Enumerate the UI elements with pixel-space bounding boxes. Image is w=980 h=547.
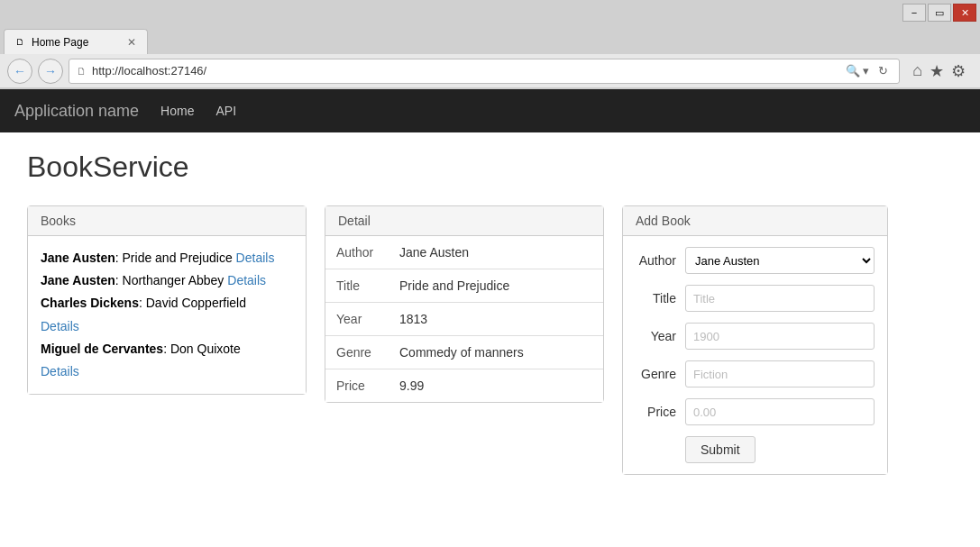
author-field-row: Author Jane AustenCharles DickensMiguel … <box>636 247 875 274</box>
app-navbar: Application name Home API <box>0 89 980 132</box>
book-title: Pride and Prejudice <box>123 251 233 265</box>
url-lock-icon: 🗋 <box>77 66 87 77</box>
add-book-panel: Add Book Author Jane AustenCharles Dicke… <box>622 205 888 475</box>
detail-label: Price <box>325 369 389 403</box>
detail-value: Commedy of manners <box>389 336 603 369</box>
book-author: Jane Austen <box>41 273 115 287</box>
table-row: Genre Commedy of manners <box>325 336 603 369</box>
books-panel-body: Jane Austen: Pride and Prejudice Details… <box>28 236 306 394</box>
forward-button[interactable]: → <box>38 59 63 84</box>
add-book-panel-body: Author Jane AustenCharles DickensMiguel … <box>623 236 887 474</box>
genre-input[interactable] <box>685 360 875 387</box>
list-item: Jane Austen: Northanger Abbey Details <box>41 269 293 292</box>
detail-value: 9.99 <box>389 369 603 403</box>
year-field-row: Year <box>636 323 875 350</box>
table-row: Year 1813 <box>325 303 603 336</box>
detail-value: Pride and Prejudice <box>389 269 603 303</box>
close-button[interactable]: ✕ <box>953 4 976 22</box>
nav-api-link[interactable]: API <box>215 104 236 118</box>
book-details-link[interactable]: Details <box>41 319 79 333</box>
book-details-link[interactable]: Details <box>236 251 275 265</box>
table-row: Price 9.99 <box>325 369 603 403</box>
favorites-button[interactable]: ★ <box>930 61 944 81</box>
browser-tab[interactable]: 🗋 Home Page ✕ <box>4 29 148 54</box>
nav-home-link[interactable]: Home <box>160 104 194 118</box>
year-label: Year <box>636 329 685 343</box>
page-title: BookService <box>27 150 953 184</box>
url-actions: 🔍 ▾ ↻ <box>842 62 893 79</box>
detail-panel-body: Author Jane Austen Title Pride and Preju… <box>325 236 603 402</box>
title-bar: − ▭ ✕ <box>0 0 980 25</box>
price-input[interactable] <box>685 398 875 425</box>
detail-panel: Detail Author Jane Austen Title Pride an… <box>325 205 604 403</box>
submit-row: Submit <box>636 436 875 463</box>
book-title: Northanger Abbey <box>123 273 224 287</box>
refresh-button[interactable]: ↻ <box>875 62 892 79</box>
address-bar: ← → 🗋 http://localhost:27146/ 🔍 ▾ ↻ ⌂ ★ … <box>0 54 980 88</box>
restore-button[interactable]: ▭ <box>928 4 951 22</box>
genre-label: Genre <box>636 367 685 381</box>
year-input[interactable] <box>685 323 875 350</box>
book-author: Jane Austen <box>41 251 115 265</box>
detail-value: Jane Austen <box>389 236 603 269</box>
genre-field-row: Genre <box>636 360 875 387</box>
tab-bar: 🗋 Home Page ✕ <box>0 25 980 54</box>
settings-button[interactable]: ⚙ <box>951 61 966 81</box>
book-author: Miguel de Cervantes <box>41 342 163 356</box>
main-content: BookService Books Jane Austen: Pride and… <box>0 132 980 493</box>
books-panel-header: Books <box>28 206 306 236</box>
table-row: Author Jane Austen <box>325 236 603 269</box>
title-label: Title <box>636 291 685 305</box>
book-details-link[interactable]: Details <box>41 364 79 378</box>
browser-actions: ⌂ ★ ⚙ <box>905 61 973 81</box>
price-label: Price <box>636 405 685 419</box>
detail-value: 1813 <box>389 303 603 336</box>
detail-label: Author <box>325 236 389 269</box>
list-item: Charles Dickens: David Copperfield Detai… <box>41 292 293 337</box>
table-row: Title Pride and Prejudice <box>325 269 603 303</box>
book-details-link[interactable]: Details <box>227 273 266 287</box>
tab-close-icon[interactable]: ✕ <box>127 36 136 49</box>
search-url-button[interactable]: 🔍 ▾ <box>842 62 874 79</box>
title-input[interactable] <box>685 285 875 312</box>
price-field-row: Price <box>636 398 875 425</box>
minimize-button[interactable]: − <box>902 4 926 22</box>
back-button[interactable]: ← <box>7 59 32 84</box>
book-title: Don Quixote <box>170 342 241 356</box>
book-title: David Copperfield <box>146 296 246 310</box>
detail-label: Year <box>325 303 389 336</box>
tab-favicon-icon: 🗋 <box>15 37 24 47</box>
list-item: Miguel de Cervantes: Don Quixote Details <box>41 338 293 383</box>
detail-label: Genre <box>325 336 389 369</box>
browser-chrome: − ▭ ✕ 🗋 Home Page ✕ ← → 🗋 http://localho… <box>0 0 980 89</box>
detail-panel-header: Detail <box>325 206 603 236</box>
list-item: Jane Austen: Pride and Prejudice Details <box>41 247 293 269</box>
url-bar: 🗋 http://localhost:27146/ 🔍 ▾ ↻ <box>69 59 900 84</box>
title-field-row: Title <box>636 285 875 312</box>
cards-row: Books Jane Austen: Pride and Prejudice D… <box>27 205 953 475</box>
detail-label: Title <box>325 269 389 303</box>
app-name: Application name <box>14 102 139 121</box>
author-select[interactable]: Jane AustenCharles DickensMiguel de Cerv… <box>685 247 875 274</box>
author-label: Author <box>636 253 685 268</box>
tab-label: Home Page <box>32 36 88 49</box>
home-button[interactable]: ⌂ <box>912 61 922 80</box>
book-author: Charles Dickens <box>41 296 139 310</box>
books-panel: Books Jane Austen: Pride and Prejudice D… <box>27 205 307 395</box>
url-text[interactable]: http://localhost:27146/ <box>92 64 837 77</box>
submit-button[interactable]: Submit <box>685 436 756 463</box>
title-bar-buttons: − ▭ ✕ <box>902 4 976 22</box>
add-book-panel-header: Add Book <box>623 206 887 236</box>
detail-table: Author Jane Austen Title Pride and Preju… <box>325 236 603 402</box>
